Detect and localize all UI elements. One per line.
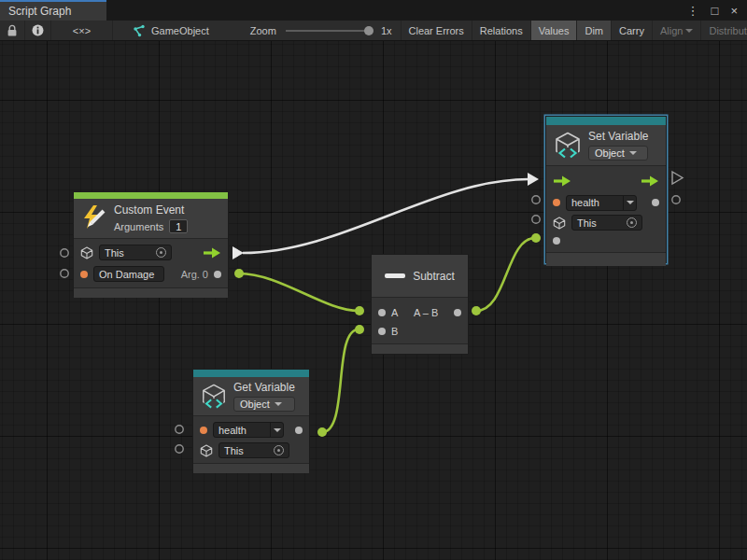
scope-dropdown[interactable]: Object [233,397,295,412]
tab-bar: Script Graph ⋮ □ × [0,0,747,21]
target-field[interactable]: This [99,245,172,260]
tab-script-graph[interactable]: Script Graph [0,0,106,21]
target-value: This [105,247,124,259]
custom-event-icon [81,204,107,232]
port-marker[interactable] [672,196,680,203]
info-button[interactable] [25,21,51,40]
carry-button[interactable]: Carry [612,21,653,40]
zoom-slider[interactable] [286,30,372,32]
code-view-button[interactable]: <×> [51,21,113,40]
node-title: Get Variable [233,381,295,394]
value-output-port[interactable] [295,427,303,434]
zoom-slider-handle[interactable] [364,26,374,35]
event-port[interactable] [80,271,88,278]
cube-icon [80,246,93,259]
values-label: Values [539,25,570,36]
lock-button[interactable] [0,21,25,40]
scope-dropdown[interactable]: Object [588,146,648,161]
values-button[interactable]: Values [531,21,578,40]
subtract-icon [385,273,405,278]
variable-name-dropdown[interactable]: health [213,422,284,438]
object-picker-icon[interactable] [156,247,166,258]
result-output-port[interactable] [454,309,461,316]
port-marker[interactable] [176,426,183,433]
input-b-label: B [391,326,398,337]
node-custom-event[interactable]: Custom Event Arguments 1 This [73,191,229,296]
name-port[interactable] [200,427,207,434]
cube-icon [200,444,213,457]
flow-port-marker[interactable] [672,172,683,184]
chevron-down-icon [629,151,637,155]
value-input-port[interactable] [553,237,560,245]
zoom-value: 1x [381,25,392,36]
node-get-variable[interactable]: Get Variable Object health [192,369,310,471]
tab-bar-space [106,0,678,21]
wire-getvar-to-b[interactable] [322,329,359,432]
target-value: This [577,217,597,229]
input-a-port[interactable] [378,309,386,316]
menu-icon[interactable]: ⋮ [687,4,699,18]
value-output-port[interactable] [652,199,659,206]
node-footer [193,463,309,473]
object-picker-icon[interactable] [274,445,284,455]
object-picker-icon[interactable] [627,217,637,228]
wire-endpoint[interactable] [234,269,244,278]
event-name-field[interactable]: On Damage [93,266,164,282]
clear-errors-button[interactable]: Clear Errors [401,21,472,40]
wire-endpoint[interactable] [531,233,541,243]
graph-canvas[interactable]: Custom Event Arguments 1 This [0,41,747,560]
wire-endpoint[interactable] [355,306,364,315]
window-controls: ⋮ □ × [678,0,747,21]
relations-label: Relations [480,25,523,36]
align-button: Align [653,21,702,40]
flow-out-port[interactable] [641,175,659,187]
name-port[interactable] [553,199,560,206]
close-icon[interactable]: × [730,4,738,18]
wire-subtract-to-setvar[interactable] [476,238,535,311]
node-footer [372,343,468,354]
target-field[interactable]: This [571,215,642,231]
target-field[interactable]: This [218,442,289,458]
flow-out-arrow[interactable] [233,246,244,259]
clear-errors-label: Clear Errors [409,25,464,36]
variable-accent-bar [193,370,309,377]
code-icon: <×> [73,25,91,36]
scope-value: Object [595,147,625,159]
node-set-variable[interactable]: Set Variable Object [545,116,667,263]
port-marker[interactable] [532,196,540,203]
wire-arg0-to-a[interactable] [239,273,359,311]
port-marker[interactable] [61,270,68,277]
chevron-down-icon [685,29,693,33]
arguments-input[interactable]: 1 [169,219,188,233]
flow-out-port[interactable] [203,247,221,259]
carry-label: Carry [619,25,644,36]
node-title: Set Variable [588,130,648,143]
gameobject-label: GameObject [151,25,209,36]
lock-icon [7,24,18,37]
input-b-port[interactable] [378,328,386,335]
wire-endpoint[interactable] [472,306,481,315]
variable-icon [554,132,582,160]
flow-wire[interactable] [243,179,529,253]
gameobject-context[interactable]: GameObject [124,21,218,40]
flow-in-arrow[interactable] [528,173,539,186]
variable-accent-bar [546,117,666,125]
scope-value: Object [240,399,270,410]
arg-label: Arg. 0 [181,269,208,280]
node-title: Custom Event [114,203,188,217]
maximize-icon[interactable]: □ [712,4,719,18]
node-title: Subtract [413,270,455,283]
port-marker[interactable] [176,445,183,453]
port-marker[interactable] [61,249,68,257]
port-marker[interactable] [532,216,540,223]
arg0-output-port[interactable] [214,271,221,278]
flow-in-port[interactable] [553,175,571,187]
dim-button[interactable]: Dim [577,21,612,40]
variable-name-dropdown[interactable]: health [566,195,637,211]
zoom-label: Zoom [250,25,276,36]
wire-endpoint[interactable] [317,427,327,437]
relations-button[interactable]: Relations [472,21,531,40]
wire-endpoint[interactable] [355,325,364,334]
graph-toolbar: <×> GameObject Zoom 1x Clear Errors Rela… [0,21,747,41]
node-subtract[interactable]: Subtract A A – B B [371,254,469,355]
